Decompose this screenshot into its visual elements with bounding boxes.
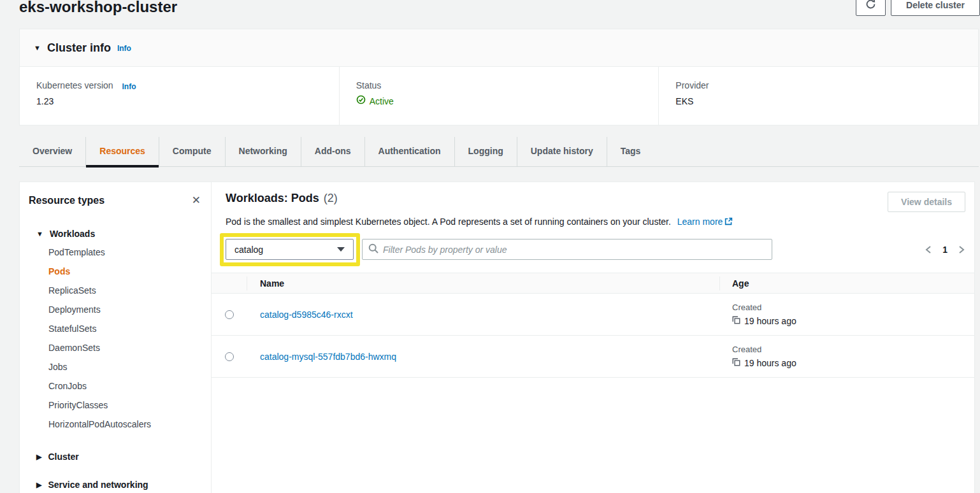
- delete-cluster-button[interactable]: Delete cluster: [891, 0, 980, 16]
- row-radio[interactable]: [225, 352, 234, 361]
- refresh-icon: [865, 0, 876, 11]
- chevron-right-icon: ▶: [36, 481, 41, 489]
- sidebar-item-statefulsets[interactable]: StatefulSets: [20, 319, 211, 338]
- dropdown-caret-icon: [337, 247, 345, 252]
- kubernetes-version-value: 1.23: [36, 96, 339, 106]
- refresh-button[interactable]: [856, 0, 886, 16]
- age-created-label: Created: [732, 303, 974, 312]
- tab-networking[interactable]: Networking: [225, 137, 301, 166]
- next-page-icon[interactable]: [958, 245, 965, 255]
- content-header: Workloads: Pods (2) View details: [226, 192, 965, 212]
- sidebar-item-cronjobs[interactable]: CronJobs: [20, 376, 211, 396]
- tab-tags[interactable]: Tags: [607, 137, 654, 166]
- pods-count: (2): [324, 192, 338, 205]
- tree-group-workloads[interactable]: ▼ Workloads: [20, 229, 211, 239]
- status-value: Active: [356, 95, 659, 107]
- search-box: [362, 239, 772, 260]
- provider-field: Provider EKS: [658, 67, 978, 125]
- provider-label: Provider: [675, 80, 978, 90]
- namespace-dropdown-value: catalog: [234, 245, 263, 255]
- check-circle-icon: [356, 95, 366, 107]
- tree-group-cluster[interactable]: ▶ Cluster: [20, 452, 211, 462]
- age-value: 19 hours ago: [744, 358, 796, 368]
- resource-types-sidebar: Resource types ✕ ▼ Workloads PodTemplate…: [20, 182, 212, 493]
- cluster-info-body: Kubernetes version Info 1.23 Status Acti…: [20, 67, 978, 125]
- provider-value: EKS: [675, 96, 978, 106]
- page-header: eks-workshop-cluster Delete cluster: [19, 0, 980, 28]
- tab-add-ons[interactable]: Add-ons: [301, 137, 364, 166]
- row-radio[interactable]: [225, 310, 234, 319]
- page-title: eks-workshop-cluster: [19, 0, 177, 16]
- sidebar-item-priorityclasses[interactable]: PriorityClasses: [20, 396, 211, 415]
- chevron-right-icon: ▶: [36, 453, 41, 461]
- status-label: Status: [356, 80, 659, 90]
- name-column-header: Name: [247, 278, 719, 289]
- page-number[interactable]: 1: [942, 245, 948, 255]
- chevron-down-icon: ▼: [36, 230, 43, 238]
- external-link-icon: [724, 217, 733, 227]
- pod-name-link[interactable]: catalog-mysql-557fdb7bd6-hwxmq: [260, 352, 396, 362]
- tree-group-service-networking[interactable]: ▶ Service and networking: [20, 480, 211, 490]
- resource-tree: ▼ Workloads PodTemplates Pods ReplicaSet…: [20, 229, 211, 490]
- status-field: Status Active: [339, 67, 659, 125]
- age-created-label: Created: [732, 345, 974, 354]
- resources-panel: Resource types ✕ ▼ Workloads PodTemplate…: [19, 182, 975, 493]
- view-details-button[interactable]: View details: [888, 192, 965, 212]
- learn-more-link[interactable]: Learn more: [677, 217, 723, 227]
- pods-table: Name Age catalog-d5985c46-rxcxt Created: [212, 273, 974, 378]
- tab-authentication[interactable]: Authentication: [364, 137, 454, 166]
- copy-icon: [732, 315, 740, 327]
- table-row: catalog-mysql-557fdb7bd6-hwxmq Created 1…: [212, 336, 974, 378]
- pods-content: Workloads: Pods (2) View details Pod is …: [212, 182, 974, 493]
- kubernetes-version-field: Kubernetes version Info 1.23: [20, 67, 339, 125]
- sidebar-title: Resource types: [29, 195, 104, 206]
- sidebar-item-podtemplates[interactable]: PodTemplates: [20, 243, 211, 262]
- cluster-info-header[interactable]: ▼ Cluster info Info: [20, 29, 978, 67]
- cluster-info-card: ▼ Cluster info Info Kubernetes version I…: [19, 29, 979, 125]
- sidebar-item-replicasets[interactable]: ReplicaSets: [20, 281, 211, 300]
- pagination: 1: [925, 245, 965, 255]
- content-title: Workloads: Pods: [226, 192, 319, 205]
- content-title-wrap: Workloads: Pods (2): [226, 192, 338, 205]
- tab-overview[interactable]: Overview: [19, 137, 85, 166]
- copy-icon: [732, 357, 740, 369]
- kubernetes-version-info-link[interactable]: Info: [122, 82, 136, 91]
- sidebar-item-daemonsets[interactable]: DaemonSets: [20, 338, 211, 357]
- chevron-down-icon: ▼: [34, 44, 41, 52]
- pod-name-link[interactable]: catalog-d5985c46-rxcxt: [260, 310, 353, 320]
- table-header: Name Age: [212, 273, 974, 294]
- cluster-info-info-link[interactable]: Info: [117, 44, 131, 53]
- sidebar-item-pods[interactable]: Pods: [20, 262, 211, 281]
- tab-compute[interactable]: Compute: [159, 137, 225, 166]
- sidebar-item-jobs[interactable]: Jobs: [20, 357, 211, 376]
- tab-bar: Overview Resources Compute Networking Ad…: [19, 137, 979, 167]
- sidebar-header: Resource types ✕: [20, 194, 211, 207]
- namespace-dropdown[interactable]: catalog: [226, 239, 354, 260]
- status-badge: Active: [370, 96, 394, 106]
- search-icon: [368, 243, 378, 256]
- kubernetes-version-label: Kubernetes version Info: [36, 80, 339, 90]
- age-value: 19 hours ago: [744, 316, 796, 326]
- tab-update-history[interactable]: Update history: [517, 137, 607, 166]
- pods-description: Pod is the smallest and simplest Kuberne…: [226, 217, 960, 227]
- sidebar-item-deployments[interactable]: Deployments: [20, 300, 211, 319]
- age-column-header: Age: [719, 278, 974, 289]
- cluster-info-title: Cluster info: [47, 41, 111, 55]
- workloads-items: PodTemplates Pods ReplicaSets Deployment…: [20, 243, 211, 434]
- search-input[interactable]: [383, 245, 766, 255]
- tab-resources[interactable]: Resources: [85, 137, 159, 166]
- close-icon[interactable]: ✕: [191, 194, 202, 207]
- previous-page-icon[interactable]: [925, 245, 932, 255]
- tab-logging[interactable]: Logging: [454, 137, 517, 166]
- sidebar-item-horizontalpodautoscalers[interactable]: HorizontalPodAutoscalers: [20, 415, 211, 434]
- table-row: catalog-d5985c46-rxcxt Created 19 hours …: [212, 294, 974, 336]
- filter-row: catalog 1: [226, 239, 965, 260]
